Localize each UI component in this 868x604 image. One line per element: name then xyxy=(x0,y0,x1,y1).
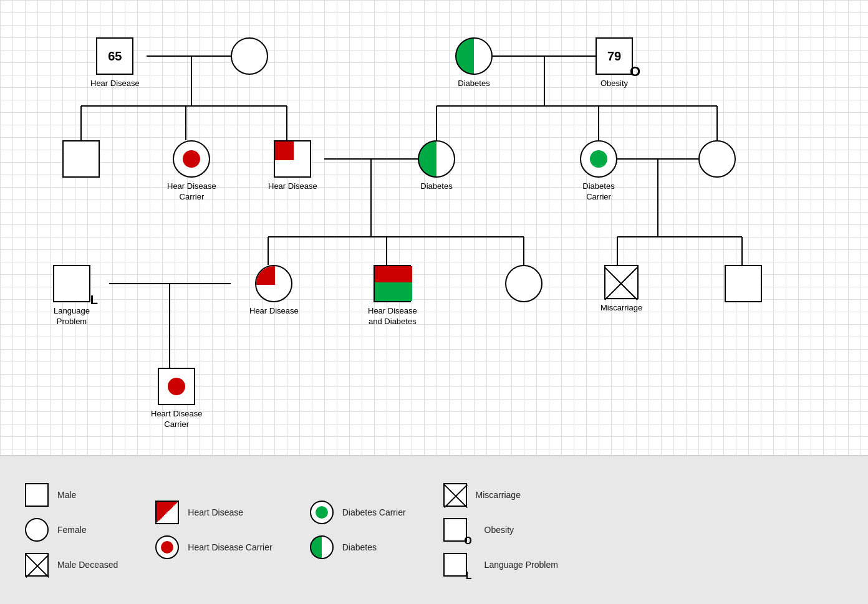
gen3-hear-female-shape xyxy=(255,265,292,302)
red-quarter xyxy=(256,266,275,285)
node-gen1-male-deceased: 65 Hear Disease xyxy=(90,37,140,89)
legend-heart-carrier-icon xyxy=(155,535,179,559)
gen2-diabetes-carrier-label: DiabetesCarrier xyxy=(582,181,614,203)
green-half xyxy=(375,282,412,301)
legend-miscarriage-icon xyxy=(443,483,467,507)
node-gen4-heart-carrier-male: Heart DiseaseCarrier xyxy=(151,368,202,430)
legend-deceased: Male Deceased xyxy=(25,553,118,577)
gen1-male-age: 65 xyxy=(108,49,122,64)
gen2-diabetes-shape xyxy=(418,140,455,178)
gen2-diabetes-carrier-shape xyxy=(580,140,617,178)
legend-diabetes-carrier: Diabetes Carrier xyxy=(310,501,406,524)
legend-male: Male xyxy=(25,483,118,507)
gen4-heart-carrier-shape xyxy=(158,368,195,405)
node-gen3-plain-male-right xyxy=(725,265,762,302)
legend-language: Language Problem xyxy=(443,553,558,577)
legend-heart-carrier: Heart Disease Carrier xyxy=(155,535,272,559)
node-gen3-plain-female xyxy=(505,265,542,302)
legend-female-icon xyxy=(25,518,49,542)
legend-obesity: Obesity xyxy=(443,518,558,542)
gen3-miscarriage-label: Miscarriage xyxy=(600,303,642,314)
gen3-plain-female-shape xyxy=(505,265,542,302)
node-gen2-heart-disease-male: Hear Disease xyxy=(268,140,317,192)
gen2-heart-disease-label: Hear Disease xyxy=(268,181,317,192)
legend-miscarriage: Miscarriage xyxy=(443,483,558,507)
language-badge: L xyxy=(90,293,98,307)
legend-col-3: Diabetes Carrier Diabetes xyxy=(310,501,406,559)
node-gen2-plain-male xyxy=(62,140,100,178)
node-gen3-heart-diabetes-male: Hear Diseaseand Diabetes xyxy=(368,265,417,327)
node-gen2-diabetes-female: Diabetes xyxy=(418,140,455,192)
heart-carrier-dot xyxy=(183,150,200,168)
legend-miscarriage-label: Miscarriage xyxy=(476,490,521,500)
node-gen3-miscarriage: Miscarriage xyxy=(600,265,642,314)
node-gen2-plain-female xyxy=(698,140,736,178)
legend-diabetes-carrier-icon xyxy=(310,501,334,524)
legend-language-label: Language Problem xyxy=(485,560,558,570)
gen3-plain-male-shape xyxy=(725,265,762,302)
legend-deceased-icon xyxy=(25,553,49,577)
node-gen2-heart-carrier-female: Hear DiseaseCarrier xyxy=(167,140,216,203)
legend-female-label: Female xyxy=(57,525,87,535)
gen1-diabetes-label: Diabetes xyxy=(458,79,489,89)
gen2-diabetes-label: Diabetes xyxy=(420,181,452,192)
red-quad xyxy=(275,141,294,160)
gen3-hear-disease-label: Hear Disease xyxy=(249,306,299,317)
gen1-female-shape xyxy=(231,37,268,75)
gen1-male-shape: 65 xyxy=(96,37,133,75)
gen2-heart-disease-shape xyxy=(274,140,311,178)
legend-area: Male Female Male Deceased Heart Disease … xyxy=(0,455,868,604)
legend-heart-disease-icon xyxy=(155,501,179,524)
legend-female: Female xyxy=(25,518,118,542)
gen1-diabetes-shape xyxy=(455,37,493,75)
gen3-heart-diabetes-label: Hear Diseaseand Diabetes xyxy=(368,306,417,327)
legend-diabetes-label: Diabetes xyxy=(342,542,377,552)
legend-deceased-label: Male Deceased xyxy=(57,560,118,570)
node-gen1-diabetes-female: Diabetes xyxy=(455,37,493,89)
gen4-heart-carrier-label: Heart DiseaseCarrier xyxy=(151,409,202,430)
heart-carrier-inner xyxy=(168,378,185,395)
gen3-language-shape: L xyxy=(53,265,90,302)
legend-heart-disease-label: Heart Disease xyxy=(188,507,243,517)
gen1-male-label: Hear Disease xyxy=(90,79,140,89)
gen2-heart-carrier-label: Hear DiseaseCarrier xyxy=(167,181,216,203)
legend-language-icon xyxy=(443,553,467,577)
gen3-miscarriage-shape xyxy=(604,265,639,299)
node-gen2-diabetes-carrier: DiabetesCarrier xyxy=(580,140,617,203)
gen2-heart-carrier-shape xyxy=(173,140,210,178)
node-gen3-language-male: L LanguageProblem xyxy=(53,265,90,327)
node-gen3-hear-disease-female: Hear Disease xyxy=(249,265,299,317)
gen3-heart-diabetes-shape xyxy=(374,265,411,302)
legend-heart-disease: Heart Disease xyxy=(155,501,272,524)
gen2-plain-female-shape xyxy=(698,140,736,178)
gen3-language-label: LanguageProblem xyxy=(54,306,90,327)
gen1-obesity-age: 79 xyxy=(607,49,621,64)
legend-col-2: Heart Disease Heart Disease Carrier xyxy=(155,501,272,559)
diabetes-carrier-dot xyxy=(590,150,607,168)
gen1-obesity-shape: 79 O xyxy=(596,37,633,75)
diagram-area: 65 Hear Disease Diabetes 79 O Obesity He… xyxy=(0,0,868,455)
node-gen1-female xyxy=(231,37,268,75)
gen1-obesity-label: Obesity xyxy=(600,79,628,89)
gen2-plain-male-shape xyxy=(62,140,100,178)
legend-diabetes-icon xyxy=(310,535,334,559)
legend-male-icon xyxy=(25,483,49,507)
obesity-badge: O xyxy=(630,64,640,80)
legend-diabetes-carrier-label: Diabetes Carrier xyxy=(342,507,406,517)
legend-obesity-icon xyxy=(443,518,467,542)
legend-col-1: Male Female Male Deceased xyxy=(25,483,118,577)
legend-diabetes: Diabetes xyxy=(310,535,406,559)
legend-obesity-label: Obesity xyxy=(485,525,514,535)
node-gen1-obesity-male: 79 O Obesity xyxy=(596,37,633,89)
legend-heart-carrier-label: Heart Disease Carrier xyxy=(188,542,272,552)
legend-col-4: Miscarriage Obesity Language Problem xyxy=(443,483,558,577)
legend-male-label: Male xyxy=(57,490,76,500)
